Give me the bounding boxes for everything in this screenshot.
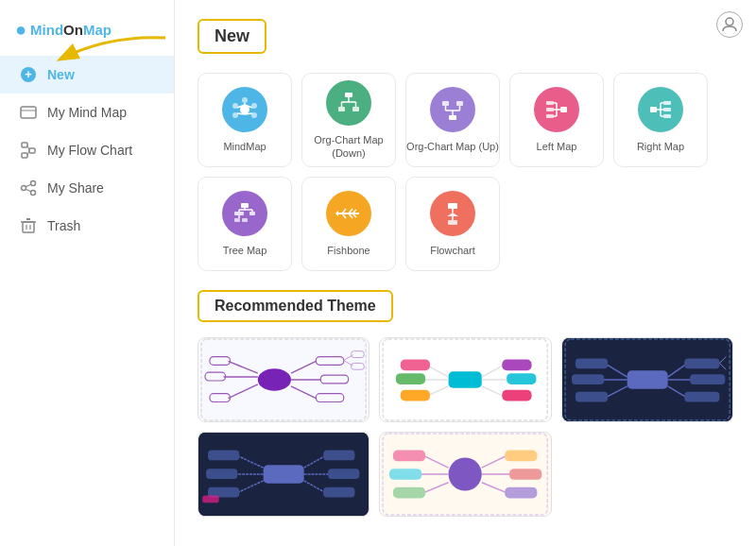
trash-icon bbox=[19, 216, 38, 235]
svg-rect-118 bbox=[503, 390, 532, 401]
svg-rect-6 bbox=[29, 148, 35, 153]
svg-text:+: + bbox=[25, 67, 32, 81]
svg-rect-55 bbox=[663, 101, 671, 105]
org-chart-up-icon bbox=[430, 87, 475, 132]
sidebar-item-my-flow-chart-label: My Flow Chart bbox=[47, 143, 132, 158]
map-card-mindmap[interactable]: MindMap bbox=[198, 73, 292, 167]
svg-rect-45 bbox=[560, 107, 567, 112]
theme-card-2[interactable] bbox=[379, 337, 551, 422]
map-card-org-chart-up[interactable]: Org-Chart Map (Up) bbox=[405, 73, 500, 167]
svg-rect-15 bbox=[23, 222, 34, 232]
svg-rect-121 bbox=[627, 370, 667, 389]
svg-rect-150 bbox=[323, 487, 354, 498]
main-content: New MindMap Org-Chart Map(Down) bbox=[175, 0, 756, 546]
left-map-icon bbox=[534, 87, 579, 132]
svg-rect-65 bbox=[234, 218, 240, 222]
svg-rect-114 bbox=[503, 359, 532, 370]
right-map-icon bbox=[638, 87, 683, 132]
svg-rect-57 bbox=[663, 114, 671, 118]
svg-rect-38 bbox=[449, 115, 456, 120]
svg-rect-163 bbox=[509, 469, 541, 480]
new-section-title: New bbox=[198, 19, 266, 54]
svg-rect-39 bbox=[442, 101, 449, 106]
new-icon: + bbox=[19, 65, 38, 84]
svg-rect-131 bbox=[690, 374, 725, 384]
mindmap-icon bbox=[222, 87, 267, 132]
flowchart-icon bbox=[430, 191, 475, 236]
svg-rect-67 bbox=[249, 212, 255, 215]
svg-point-87 bbox=[258, 368, 291, 390]
svg-rect-127 bbox=[576, 392, 608, 402]
svg-rect-165 bbox=[506, 487, 538, 499]
theme-grid bbox=[198, 337, 733, 517]
svg-point-153 bbox=[449, 457, 482, 490]
svg-line-29 bbox=[245, 113, 252, 114]
theme-card-5[interactable] bbox=[379, 432, 551, 517]
svg-rect-116 bbox=[507, 373, 536, 384]
svg-rect-146 bbox=[323, 451, 354, 461]
sidebar: ● MindOnMap + New My Mind Map My Flow Ch… bbox=[0, 0, 175, 546]
right-map-label: Right Map bbox=[637, 140, 684, 153]
svg-rect-110 bbox=[396, 373, 425, 384]
svg-rect-106 bbox=[449, 371, 482, 388]
svg-rect-31 bbox=[345, 93, 352, 97]
theme-card-1[interactable] bbox=[198, 337, 369, 422]
svg-rect-33 bbox=[352, 107, 359, 111]
svg-point-167 bbox=[726, 18, 733, 26]
flow-chart-icon bbox=[19, 141, 38, 160]
svg-rect-54 bbox=[650, 107, 657, 112]
user-icon[interactable] bbox=[716, 11, 743, 38]
svg-rect-157 bbox=[389, 469, 421, 480]
svg-rect-140 bbox=[208, 451, 239, 461]
svg-rect-151 bbox=[202, 495, 219, 503]
svg-rect-81 bbox=[448, 203, 457, 209]
sidebar-item-my-flow-chart[interactable]: My Flow Chart bbox=[0, 131, 174, 169]
svg-rect-148 bbox=[328, 469, 359, 479]
map-card-left-map[interactable]: Left Map bbox=[509, 73, 604, 167]
fishbone-icon bbox=[326, 191, 371, 236]
map-card-tree-map[interactable]: Tree Map bbox=[198, 177, 292, 271]
sidebar-item-new[interactable]: + New bbox=[0, 56, 174, 94]
theme-card-4[interactable] bbox=[198, 432, 369, 517]
left-map-label: Left Map bbox=[537, 140, 577, 153]
share-icon bbox=[19, 179, 38, 197]
svg-line-30 bbox=[237, 113, 245, 114]
svg-point-12 bbox=[31, 191, 36, 196]
svg-rect-155 bbox=[393, 451, 425, 462]
svg-rect-123 bbox=[576, 359, 608, 369]
svg-rect-129 bbox=[684, 359, 719, 369]
svg-rect-161 bbox=[506, 451, 538, 462]
sidebar-item-my-share[interactable]: My Share bbox=[0, 169, 174, 207]
map-card-flowchart[interactable]: Flowchart bbox=[405, 177, 500, 271]
svg-rect-138 bbox=[264, 465, 304, 484]
sidebar-item-trash[interactable]: Trash bbox=[0, 207, 174, 245]
svg-rect-63 bbox=[241, 203, 249, 208]
recommended-theme-title: Recommended Theme bbox=[198, 290, 393, 322]
tree-map-icon bbox=[222, 191, 267, 236]
map-card-right-map[interactable]: Right Map bbox=[613, 73, 708, 167]
svg-rect-40 bbox=[456, 101, 463, 106]
svg-rect-83 bbox=[448, 220, 457, 225]
svg-rect-66 bbox=[242, 218, 248, 222]
svg-rect-3 bbox=[21, 107, 36, 118]
org-chart-up-label: Org-Chart Map (Up) bbox=[406, 140, 499, 153]
svg-rect-108 bbox=[401, 359, 430, 370]
svg-rect-5 bbox=[22, 143, 27, 147]
svg-rect-32 bbox=[338, 107, 345, 111]
map-card-fishbone[interactable]: Fishbone bbox=[301, 177, 396, 271]
svg-rect-112 bbox=[401, 390, 430, 401]
map-type-grid: MindMap Org-Chart Map(Down) Org-Chart Ma… bbox=[198, 73, 733, 271]
theme-card-3[interactable] bbox=[561, 337, 733, 422]
logo: ● MindOnMap bbox=[0, 11, 174, 56]
map-card-org-chart-down[interactable]: Org-Chart Map(Down) bbox=[301, 73, 396, 167]
logo-text: MindOnMap bbox=[30, 22, 112, 38]
mind-map-icon bbox=[19, 103, 38, 122]
svg-rect-64 bbox=[234, 212, 244, 215]
svg-line-14 bbox=[26, 189, 31, 192]
svg-rect-56 bbox=[663, 108, 671, 111]
org-chart-down-label: Org-Chart Map(Down) bbox=[314, 133, 383, 161]
svg-rect-142 bbox=[206, 469, 237, 479]
sidebar-item-my-mind-map[interactable]: My Mind Map bbox=[0, 94, 174, 131]
svg-line-13 bbox=[26, 184, 31, 187]
fishbone-label: Fishbone bbox=[327, 244, 369, 257]
